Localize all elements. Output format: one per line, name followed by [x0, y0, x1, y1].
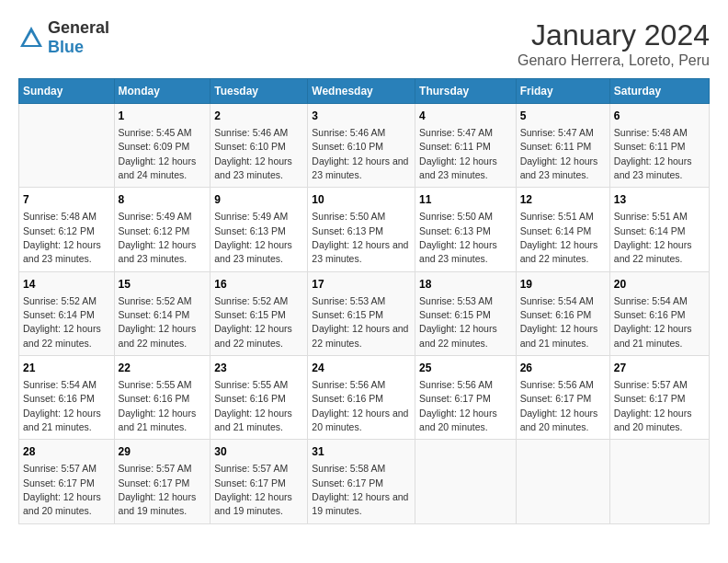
calendar-body: 1Sunrise: 5:45 AMSunset: 6:09 PMDaylight… [19, 104, 710, 524]
calendar-cell [516, 440, 609, 523]
calendar-cell: 13Sunrise: 5:51 AMSunset: 6:14 PMDayligh… [609, 188, 709, 271]
calendar-cell: 18Sunrise: 5:53 AMSunset: 6:15 PMDayligh… [415, 271, 517, 355]
day-number: 31 [312, 444, 411, 460]
weekday-header-friday: Friday [516, 79, 609, 104]
week-row-5: 28Sunrise: 5:57 AMSunset: 6:17 PMDayligh… [19, 440, 710, 523]
day-number: 24 [312, 361, 411, 376]
calendar-cell: 8Sunrise: 5:49 AMSunset: 6:12 PMDaylight… [114, 188, 210, 271]
day-info: Sunrise: 5:54 AMSunset: 6:16 PMDaylight:… [520, 295, 598, 349]
calendar-cell: 10Sunrise: 5:50 AMSunset: 6:13 PMDayligh… [308, 188, 415, 271]
calendar-cell: 6Sunrise: 5:48 AMSunset: 6:11 PMDaylight… [609, 104, 709, 188]
day-info: Sunrise: 5:57 AMSunset: 6:17 PMDaylight:… [614, 379, 692, 432]
day-number: 25 [419, 361, 512, 376]
logo-text: General Blue [48, 18, 109, 57]
day-info: Sunrise: 5:56 AMSunset: 6:17 PMDaylight:… [419, 379, 497, 432]
day-number: 9 [214, 192, 303, 208]
calendar-cell: 2Sunrise: 5:46 AMSunset: 6:10 PMDaylight… [210, 104, 308, 188]
day-info: Sunrise: 5:47 AMSunset: 6:11 PMDaylight:… [419, 127, 497, 180]
calendar-cell: 11Sunrise: 5:50 AMSunset: 6:13 PMDayligh… [415, 188, 517, 271]
calendar-cell: 12Sunrise: 5:51 AMSunset: 6:14 PMDayligh… [516, 188, 609, 271]
calendar-cell: 1Sunrise: 5:45 AMSunset: 6:09 PMDaylight… [114, 104, 210, 188]
calendar-cell: 14Sunrise: 5:52 AMSunset: 6:14 PMDayligh… [19, 271, 115, 355]
day-info: Sunrise: 5:51 AMSunset: 6:14 PMDaylight:… [520, 211, 598, 264]
day-number: 28 [23, 444, 110, 460]
day-number: 7 [23, 192, 110, 208]
calendar-cell: 24Sunrise: 5:56 AMSunset: 6:16 PMDayligh… [308, 356, 415, 440]
calendar-cell: 20Sunrise: 5:54 AMSunset: 6:16 PMDayligh… [609, 271, 709, 355]
day-number: 26 [520, 361, 606, 376]
day-info: Sunrise: 5:47 AMSunset: 6:11 PMDaylight:… [520, 127, 598, 180]
calendar-cell: 25Sunrise: 5:56 AMSunset: 6:17 PMDayligh… [415, 356, 517, 440]
calendar-cell: 17Sunrise: 5:53 AMSunset: 6:15 PMDayligh… [308, 271, 415, 355]
day-number: 16 [214, 277, 303, 293]
day-info: Sunrise: 5:55 AMSunset: 6:16 PMDaylight:… [119, 379, 197, 432]
day-info: Sunrise: 5:54 AMSunset: 6:16 PMDaylight:… [23, 379, 101, 432]
day-info: Sunrise: 5:48 AMSunset: 6:12 PMDaylight:… [23, 211, 101, 264]
day-info: Sunrise: 5:55 AMSunset: 6:16 PMDaylight:… [214, 379, 292, 432]
day-info: Sunrise: 5:46 AMSunset: 6:10 PMDaylight:… [312, 127, 408, 180]
day-info: Sunrise: 5:56 AMSunset: 6:16 PMDaylight:… [312, 379, 408, 432]
page-header: General Blue January 2024 Genaro Herrera… [18, 18, 710, 69]
day-number: 21 [23, 361, 110, 376]
day-number: 29 [119, 444, 207, 460]
weekday-header-saturday: Saturday [609, 79, 709, 104]
day-number: 5 [520, 109, 606, 124]
calendar-cell: 3Sunrise: 5:46 AMSunset: 6:10 PMDaylight… [308, 104, 415, 188]
weekday-header-thursday: Thursday [415, 79, 517, 104]
day-info: Sunrise: 5:52 AMSunset: 6:14 PMDaylight:… [119, 295, 197, 349]
subtitle: Genaro Herrera, Loreto, Peru [518, 52, 710, 69]
calendar-cell: 27Sunrise: 5:57 AMSunset: 6:17 PMDayligh… [609, 356, 709, 440]
day-number: 12 [520, 192, 606, 208]
day-number: 27 [614, 361, 705, 376]
day-info: Sunrise: 5:50 AMSunset: 6:13 PMDaylight:… [419, 211, 497, 264]
day-number: 13 [614, 192, 705, 208]
day-number: 18 [419, 277, 512, 293]
calendar-cell: 28Sunrise: 5:57 AMSunset: 6:17 PMDayligh… [19, 440, 115, 523]
logo-icon [18, 25, 44, 51]
calendar-cell: 22Sunrise: 5:55 AMSunset: 6:16 PMDayligh… [114, 356, 210, 440]
calendar-cell [609, 440, 709, 523]
week-row-2: 7Sunrise: 5:48 AMSunset: 6:12 PMDaylight… [19, 188, 710, 271]
day-info: Sunrise: 5:45 AMSunset: 6:09 PMDaylight:… [119, 127, 197, 180]
calendar-header: SundayMondayTuesdayWednesdayThursdayFrid… [19, 79, 710, 104]
day-info: Sunrise: 5:49 AMSunset: 6:13 PMDaylight:… [214, 211, 292, 264]
week-row-3: 14Sunrise: 5:52 AMSunset: 6:14 PMDayligh… [19, 271, 710, 355]
day-number: 10 [312, 192, 411, 208]
day-info: Sunrise: 5:54 AMSunset: 6:16 PMDaylight:… [614, 295, 692, 349]
week-row-4: 21Sunrise: 5:54 AMSunset: 6:16 PMDayligh… [19, 356, 710, 440]
calendar-cell: 4Sunrise: 5:47 AMSunset: 6:11 PMDaylight… [415, 104, 517, 188]
day-number: 17 [312, 277, 411, 293]
calendar-cell [415, 440, 517, 523]
calendar-table: SundayMondayTuesdayWednesdayThursdayFrid… [18, 78, 710, 524]
calendar-cell: 15Sunrise: 5:52 AMSunset: 6:14 PMDayligh… [114, 271, 210, 355]
day-number: 11 [419, 192, 512, 208]
day-info: Sunrise: 5:56 AMSunset: 6:17 PMDaylight:… [520, 379, 598, 432]
calendar-cell: 31Sunrise: 5:58 AMSunset: 6:17 PMDayligh… [308, 440, 415, 523]
calendar-cell: 16Sunrise: 5:52 AMSunset: 6:15 PMDayligh… [210, 271, 308, 355]
day-number: 8 [119, 192, 207, 208]
day-number: 2 [214, 109, 303, 124]
calendar-cell: 30Sunrise: 5:57 AMSunset: 6:17 PMDayligh… [210, 440, 308, 523]
day-info: Sunrise: 5:46 AMSunset: 6:10 PMDaylight:… [214, 127, 292, 180]
calendar-cell: 23Sunrise: 5:55 AMSunset: 6:16 PMDayligh… [210, 356, 308, 440]
calendar-cell: 21Sunrise: 5:54 AMSunset: 6:16 PMDayligh… [19, 356, 115, 440]
day-info: Sunrise: 5:52 AMSunset: 6:15 PMDaylight:… [214, 295, 292, 349]
logo-general: General [48, 18, 109, 37]
logo-blue: Blue [48, 38, 84, 56]
day-number: 20 [614, 277, 705, 293]
day-number: 30 [214, 444, 303, 460]
day-info: Sunrise: 5:53 AMSunset: 6:15 PMDaylight:… [312, 295, 408, 349]
calendar-cell: 9Sunrise: 5:49 AMSunset: 6:13 PMDaylight… [210, 188, 308, 271]
day-number: 23 [214, 361, 303, 376]
day-info: Sunrise: 5:57 AMSunset: 6:17 PMDaylight:… [214, 463, 292, 516]
day-number: 19 [520, 277, 606, 293]
calendar-cell [19, 104, 115, 188]
day-number: 15 [119, 277, 207, 293]
day-info: Sunrise: 5:48 AMSunset: 6:11 PMDaylight:… [614, 127, 692, 180]
day-info: Sunrise: 5:49 AMSunset: 6:12 PMDaylight:… [119, 211, 197, 264]
day-info: Sunrise: 5:53 AMSunset: 6:15 PMDaylight:… [419, 295, 497, 349]
day-number: 3 [312, 109, 411, 124]
day-number: 4 [419, 109, 512, 124]
week-row-1: 1Sunrise: 5:45 AMSunset: 6:09 PMDaylight… [19, 104, 710, 188]
day-info: Sunrise: 5:57 AMSunset: 6:17 PMDaylight:… [119, 463, 197, 516]
